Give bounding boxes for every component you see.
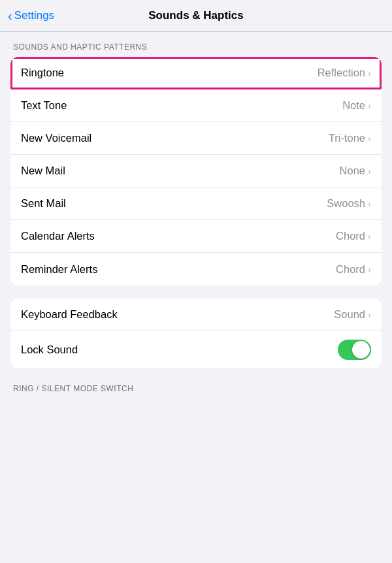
section1-label: SOUNDS AND HAPTIC PATTERNS: [0, 32, 392, 57]
text-tone-row[interactable]: Text Tone Note ›: [10, 89, 382, 122]
sounds-haptic-group: Ringtone Reflection › Text Tone Note › N…: [10, 57, 382, 285]
keyboard-feedback-row[interactable]: Keyboard Feedback Sound ›: [10, 298, 382, 331]
keyboard-feedback-value: Sound: [334, 308, 365, 321]
new-mail-label: New Mail: [21, 165, 65, 177]
new-voicemail-value-wrap: Tri-tone ›: [329, 132, 371, 144]
back-chevron-icon: ‹: [8, 8, 12, 24]
feedback-group: Keyboard Feedback Sound › Lock Sound: [10, 298, 382, 368]
new-voicemail-row[interactable]: New Voicemail Tri-tone ›: [10, 122, 382, 155]
navigation-bar: ‹ Settings Sounds & Haptics: [0, 0, 392, 32]
back-button[interactable]: ‹ Settings: [8, 8, 54, 24]
new-mail-chevron-icon: ›: [368, 165, 371, 176]
lock-sound-toggle[interactable]: [338, 340, 371, 360]
calendar-alerts-value-wrap: Chord ›: [336, 230, 371, 242]
new-voicemail-label: New Voicemail: [21, 132, 91, 144]
footer-section-label: RING / SILENT MODE SWITCH: [0, 381, 392, 400]
calendar-alerts-label: Calendar Alerts: [21, 230, 95, 242]
ringtone-chevron-icon: ›: [368, 67, 371, 78]
ringtone-value: Reflection: [318, 67, 365, 79]
page-title: Sounds & Haptics: [148, 9, 243, 22]
reminder-alerts-chevron-icon: ›: [368, 264, 371, 275]
ringtone-label: Ringtone: [21, 67, 64, 79]
reminder-alerts-value: Chord: [336, 263, 365, 276]
toggle-knob: [352, 341, 370, 359]
new-mail-row[interactable]: New Mail None ›: [10, 155, 382, 187]
back-label: Settings: [14, 9, 54, 22]
new-mail-value-wrap: None ›: [340, 165, 371, 177]
sent-mail-value-wrap: Swoosh ›: [327, 197, 371, 210]
text-tone-value-wrap: Note ›: [342, 99, 371, 112]
calendar-alerts-chevron-icon: ›: [368, 231, 371, 242]
ringtone-row[interactable]: Ringtone Reflection ›: [10, 57, 382, 89]
sent-mail-row[interactable]: Sent Mail Swoosh ›: [10, 187, 382, 220]
keyboard-feedback-chevron-icon: ›: [368, 309, 371, 320]
sent-mail-label: Sent Mail: [21, 197, 66, 210]
keyboard-feedback-value-wrap: Sound ›: [334, 308, 371, 321]
reminder-alerts-label: Reminder Alerts: [21, 263, 97, 276]
text-tone-value: Note: [342, 99, 365, 112]
lock-sound-toggle-container[interactable]: [338, 340, 371, 360]
text-tone-label: Text Tone: [21, 99, 67, 112]
text-tone-chevron-icon: ›: [368, 100, 371, 111]
lock-sound-label: Lock Sound: [21, 344, 78, 356]
reminder-alerts-value-wrap: Chord ›: [336, 263, 371, 276]
sent-mail-chevron-icon: ›: [368, 198, 371, 209]
new-mail-value: None: [340, 165, 365, 177]
keyboard-feedback-label: Keyboard Feedback: [21, 308, 118, 321]
ringtone-value-wrap: Reflection ›: [318, 67, 371, 79]
reminder-alerts-row[interactable]: Reminder Alerts Chord ›: [10, 253, 382, 285]
lock-sound-row[interactable]: Lock Sound: [10, 331, 382, 368]
sent-mail-value: Swoosh: [327, 197, 365, 210]
new-voicemail-value: Tri-tone: [329, 132, 365, 144]
calendar-alerts-value: Chord: [336, 230, 365, 242]
calendar-alerts-row[interactable]: Calendar Alerts Chord ›: [10, 220, 382, 253]
new-voicemail-chevron-icon: ›: [368, 133, 371, 144]
